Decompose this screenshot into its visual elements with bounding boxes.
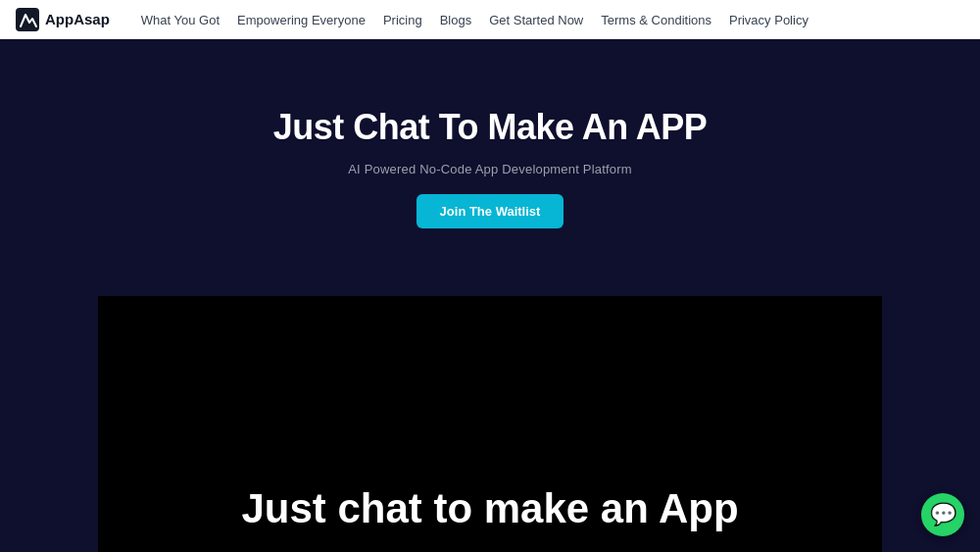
waitlist-button[interactable]: Join The Waitlist bbox=[416, 194, 564, 228]
video-caption: Just chat to make an App bbox=[241, 485, 738, 532]
nav-item-blogs[interactable]: Blogs bbox=[432, 11, 480, 28]
nav-item-what-you-got[interactable]: What You Got bbox=[133, 11, 227, 28]
nav-item-pricing[interactable]: Pricing bbox=[375, 11, 430, 28]
navbar: AppAsap What You Got Empowering Everyone… bbox=[0, 0, 980, 39]
nav-item-empowering[interactable]: Empowering Everyone bbox=[229, 11, 373, 28]
logo-icon bbox=[16, 8, 39, 31]
hero-subtitle: AI Powered No-Code App Development Platf… bbox=[348, 162, 632, 176]
logo-link[interactable]: AppAsap bbox=[16, 8, 110, 31]
nav-links: What You Got Empowering Everyone Pricing… bbox=[133, 11, 816, 28]
nav-link-terms[interactable]: Terms & Conditions bbox=[593, 9, 719, 31]
nav-link-blogs[interactable]: Blogs bbox=[432, 9, 480, 31]
nav-item-terms[interactable]: Terms & Conditions bbox=[593, 11, 719, 28]
hero-title: Just Chat To Make An APP bbox=[273, 107, 708, 148]
logo-text: AppAsap bbox=[45, 11, 110, 27]
nav-link-empowering[interactable]: Empowering Everyone bbox=[229, 9, 373, 31]
whatsapp-button[interactable]: 💬 bbox=[921, 493, 964, 536]
nav-item-privacy[interactable]: Privacy Policy bbox=[721, 11, 816, 28]
video-container[interactable]: Just chat to make an App bbox=[98, 296, 882, 552]
hero-section: Just Chat To Make An APP AI Powered No-C… bbox=[0, 39, 980, 296]
whatsapp-icon: 💬 bbox=[930, 504, 956, 526]
nav-link-what-you-got[interactable]: What You Got bbox=[133, 9, 227, 31]
video-section: Just chat to make an App bbox=[0, 296, 980, 552]
nav-link-pricing[interactable]: Pricing bbox=[375, 9, 430, 31]
nav-link-privacy[interactable]: Privacy Policy bbox=[721, 9, 816, 31]
nav-link-get-started[interactable]: Get Started Now bbox=[481, 9, 591, 31]
nav-item-get-started[interactable]: Get Started Now bbox=[481, 11, 591, 28]
